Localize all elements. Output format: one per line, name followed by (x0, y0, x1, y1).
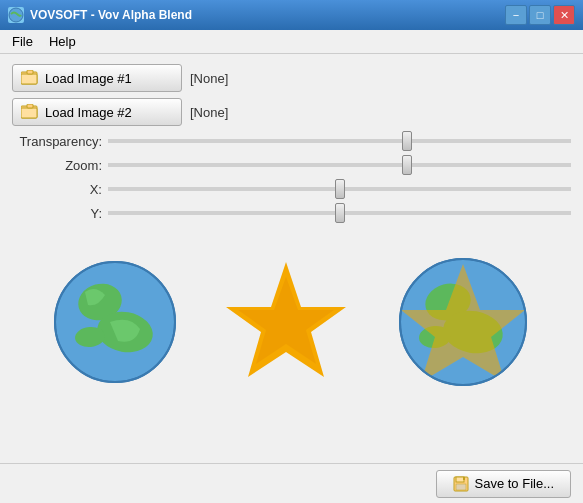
file1-value: [None] (190, 71, 228, 86)
y-track (108, 204, 571, 222)
blend-display (393, 252, 533, 392)
window-controls: − □ ✕ (505, 5, 575, 25)
window-title: VOVSOFT - Vov Alpha Blend (30, 8, 505, 22)
save-label: Save to File... (475, 476, 554, 491)
x-track (108, 180, 571, 198)
x-slider[interactable] (108, 187, 571, 191)
zoom-row: Zoom: (12, 156, 571, 174)
load-image2-button[interactable]: Load Image #2 (12, 98, 182, 126)
load-image2-row: Load Image #2 [None] (12, 98, 571, 126)
canvas-area (12, 232, 571, 412)
zoom-slider[interactable] (108, 163, 571, 167)
load-image1-row: Load Image #1 [None] (12, 64, 571, 92)
globe-svg-1 (50, 257, 180, 387)
load-image1-button[interactable]: Load Image #1 (12, 64, 182, 92)
y-slider[interactable] (108, 211, 571, 215)
y-row: Y: (12, 204, 571, 222)
svg-rect-2 (21, 74, 37, 84)
svg-rect-25 (463, 477, 465, 480)
x-label: X: (12, 182, 102, 197)
svg-rect-6 (27, 104, 33, 108)
minimize-button[interactable]: − (505, 5, 527, 25)
transparency-track (108, 132, 571, 150)
svg-rect-24 (456, 484, 466, 490)
title-bar: VOVSOFT - Vov Alpha Blend − □ ✕ (0, 0, 583, 30)
load-icon-2 (21, 104, 39, 120)
image1-display (50, 257, 180, 387)
save-icon (453, 476, 469, 492)
image2-display (216, 252, 356, 392)
menu-file[interactable]: File (4, 31, 41, 52)
save-to-file-button[interactable]: Save to File... (436, 470, 571, 498)
svg-rect-5 (21, 108, 37, 118)
app-icon (8, 7, 24, 23)
load-icon-1 (21, 70, 39, 86)
zoom-track (108, 156, 571, 174)
transparency-row: Transparency: (12, 132, 571, 150)
blend-svg (393, 252, 533, 392)
svg-rect-3 (27, 70, 33, 74)
load-image1-label: Load Image #1 (45, 71, 132, 86)
close-button[interactable]: ✕ (553, 5, 575, 25)
controls-section: Load Image #1 [None] Load Image #2 [None… (12, 64, 571, 222)
transparency-slider[interactable] (108, 139, 571, 143)
main-content: Load Image #1 [None] Load Image #2 [None… (0, 54, 583, 422)
zoom-label: Zoom: (12, 158, 102, 173)
bottom-bar: Save to File... (0, 463, 583, 503)
star-svg (216, 252, 356, 392)
menu-help[interactable]: Help (41, 31, 84, 52)
load-image2-label: Load Image #2 (45, 105, 132, 120)
svg-rect-23 (456, 477, 464, 482)
file2-value: [None] (190, 105, 228, 120)
transparency-label: Transparency: (12, 134, 102, 149)
x-row: X: (12, 180, 571, 198)
maximize-button[interactable]: □ (529, 5, 551, 25)
y-label: Y: (12, 206, 102, 221)
menu-bar: File Help (0, 30, 583, 54)
